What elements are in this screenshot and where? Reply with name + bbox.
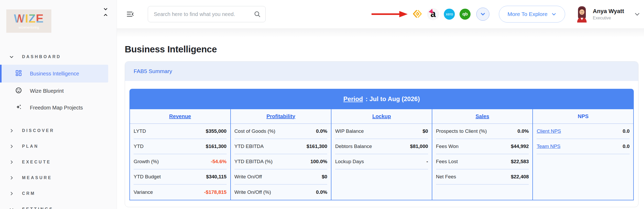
sidebar-item-label: Wize Blueprint bbox=[30, 88, 64, 94]
topbar-shadow bbox=[117, 28, 644, 38]
client-nps-link[interactable]: Client NPS bbox=[537, 128, 561, 134]
section-label: EXECUTE bbox=[22, 160, 51, 164]
column-header-revenue[interactable]: Revenue bbox=[169, 113, 191, 119]
table-row: Cost of Goods (%)0.0% bbox=[234, 124, 328, 139]
table-row: Fees Won$44,992 bbox=[436, 139, 529, 154]
user-name: Anya Wyatt bbox=[593, 8, 624, 15]
chevron-down-icon bbox=[551, 12, 556, 17]
section-label: DISCOVER bbox=[22, 128, 54, 133]
table-row: WIP Balance$0 bbox=[335, 124, 428, 139]
table-row bbox=[537, 154, 630, 169]
table-row: Debtors Balance$81,000 bbox=[335, 139, 428, 154]
column-header-lockup[interactable]: Lockup bbox=[372, 113, 391, 119]
quickbooks-icon[interactable]: qb bbox=[460, 9, 471, 20]
app-root: WIZE wizementoring DASHBOARD bbox=[0, 0, 644, 209]
search-input[interactable] bbox=[148, 6, 266, 22]
search-box bbox=[148, 6, 266, 22]
table-row: Growth (%)-54.6% bbox=[134, 154, 227, 169]
team-nps-link[interactable]: Team NPS bbox=[537, 144, 560, 149]
table-row: Client NPS0.0 bbox=[537, 124, 630, 139]
table-row: Net Fees$22,408 bbox=[436, 169, 529, 185]
fab5-column-revenue: Revenue LYTD$355,000 YTD$161,300 Growth … bbox=[130, 109, 231, 200]
sidebar-nav: DASHBOARD Business Intelligence bbox=[0, 49, 117, 209]
table-row bbox=[335, 185, 428, 200]
sidebar-section-discover[interactable]: DISCOVER bbox=[0, 123, 117, 139]
sidebar-item-freedom-map-projects[interactable]: Freedom Map Projects bbox=[0, 99, 117, 116]
section-label: SETTINGS bbox=[22, 207, 53, 209]
a-app-icon[interactable]: a bbox=[427, 8, 439, 20]
fab5-summary-card: FAB5 Summary Period : Jul to Aug (2026) … bbox=[125, 61, 638, 207]
sparkles-icon bbox=[15, 104, 22, 112]
fab5-column-sales: Sales Prospects to Client (%)0.0% Fees W… bbox=[432, 109, 533, 200]
expand-integrations-button[interactable] bbox=[476, 8, 489, 21]
sidebar-section-measure[interactable]: MEASURE bbox=[0, 170, 117, 186]
sidebar: WIZE wizementoring DASHBOARD bbox=[0, 0, 117, 209]
sidebar-section-crm[interactable]: CRM bbox=[0, 186, 117, 201]
fab5-card-title: FAB5 Summary bbox=[134, 68, 172, 74]
main-area: a xero qb More To Explore bbox=[117, 0, 644, 209]
a-app-circle: a bbox=[427, 8, 439, 20]
user-avatar[interactable] bbox=[576, 6, 588, 23]
sidebar-item-label: Business Intelligence bbox=[30, 71, 79, 77]
table-row: Fees Lost$22,583 bbox=[436, 154, 529, 169]
table-row: YTD Budget$340,115 bbox=[134, 169, 227, 185]
section-label: MEASURE bbox=[22, 175, 52, 180]
column-header-profitability[interactable]: Profitability bbox=[266, 113, 295, 119]
wize-logo-word: WIZE bbox=[14, 13, 44, 24]
chevron-down-icon bbox=[9, 54, 14, 59]
section-label: DASHBOARD bbox=[22, 54, 61, 59]
menu-collapse-icon[interactable] bbox=[126, 10, 134, 18]
chevron-right-icon bbox=[9, 175, 14, 180]
table-row bbox=[335, 169, 428, 185]
table-row: Variance-$178,815 bbox=[134, 185, 227, 200]
sidebar-item-business-intelligence[interactable]: Business Intelligence bbox=[0, 65, 108, 82]
table-row: Write On/Off (%)0.0% bbox=[234, 185, 328, 200]
table-row: Team NPS0.0 bbox=[537, 139, 630, 154]
column-header-nps: NPS bbox=[578, 113, 588, 119]
table-row: YTD$161,300 bbox=[134, 139, 227, 154]
search-icon bbox=[254, 10, 261, 19]
wize-gold-app-icon[interactable] bbox=[412, 9, 422, 19]
sidebar-section-settings[interactable]: SETTINGS bbox=[0, 201, 117, 209]
table-row bbox=[436, 185, 529, 200]
sidebar-item-wize-blueprint[interactable]: Wize Blueprint bbox=[0, 82, 117, 99]
table-row: YTD EBITDA$161,300 bbox=[234, 139, 328, 154]
dashboard-grid-icon bbox=[15, 70, 22, 78]
sidebar-collapse-icon[interactable] bbox=[102, 6, 109, 18]
chevron-right-icon bbox=[9, 191, 14, 196]
section-label: CRM bbox=[22, 191, 35, 196]
page-title: Business Intelligence bbox=[125, 44, 644, 54]
chevron-right-icon bbox=[9, 144, 14, 149]
sidebar-section-execute[interactable]: EXECUTE bbox=[0, 154, 117, 170]
more-to-explore-button[interactable]: More To Explore bbox=[499, 6, 565, 23]
fab5-column-lockup: Lockup WIP Balance$0 Debtors Balance$81,… bbox=[331, 109, 432, 200]
sidebar-section-plan[interactable]: PLAN bbox=[0, 139, 117, 154]
sidebar-item-label: Freedom Map Projects bbox=[30, 105, 83, 111]
table-row: Prospects to Client (%)0.0% bbox=[436, 124, 529, 139]
table-row: LYTD$355,000 bbox=[134, 124, 227, 139]
xero-icon[interactable]: xero bbox=[444, 9, 455, 20]
chevron-right-icon bbox=[9, 128, 14, 133]
fab5-column-nps: NPS Client NPS0.0 Team NPS0.0 bbox=[533, 109, 633, 200]
user-menu[interactable]: Anya Wyatt Executive bbox=[593, 8, 624, 20]
sidebar-section-dashboard[interactable]: DASHBOARD bbox=[0, 49, 117, 65]
period-bar: Period : Jul to Aug (2026) bbox=[129, 89, 634, 109]
logo-row: WIZE wizementoring bbox=[0, 0, 117, 33]
red-annotation-arrow bbox=[371, 11, 408, 18]
period-link[interactable]: Period bbox=[343, 95, 363, 103]
fab5-column-profitability: Profitability Cost of Goods (%)0.0% YTD … bbox=[231, 109, 332, 200]
topbar: a xero qb More To Explore bbox=[117, 0, 644, 28]
wize-logo-subtitle: wizementoring bbox=[19, 26, 39, 29]
user-chevron-down-icon[interactable] bbox=[634, 11, 640, 17]
table-row: Lockup Days- bbox=[335, 154, 428, 169]
period-value: : Jul to Aug (2026) bbox=[365, 95, 420, 103]
wize-logo: WIZE wizementoring bbox=[6, 9, 51, 33]
section-label: PLAN bbox=[22, 144, 39, 149]
chevron-down-icon bbox=[9, 207, 14, 209]
fab5-card-header: FAB5 Summary bbox=[125, 62, 638, 81]
table-row bbox=[537, 169, 630, 185]
column-header-sales[interactable]: Sales bbox=[476, 113, 489, 119]
face-icon bbox=[15, 87, 22, 95]
dashboard-items: Business Intelligence Wize Blueprint bbox=[0, 65, 117, 116]
fab5-card-body: Period : Jul to Aug (2026) Revenue LYTD$… bbox=[125, 81, 638, 207]
